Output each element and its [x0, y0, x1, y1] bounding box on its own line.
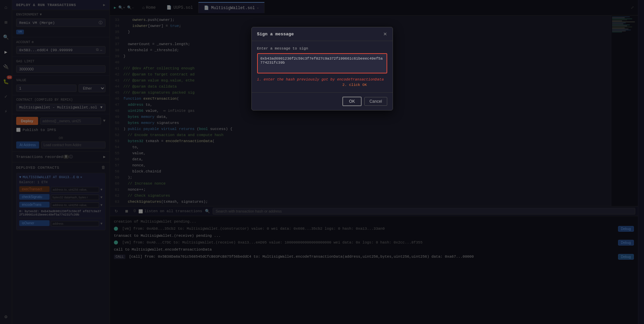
modal-header: Sign a message ✕	[252, 27, 393, 41]
modal-hint-2: 2. click OK	[257, 83, 367, 87]
modal-hint-1: i. enter the hash previously got by enco…	[257, 77, 387, 82]
modal-input-label: Enter a message to sign	[257, 46, 387, 51]
modal-message-input[interactable]: 0xb43ad6901230f2c59c3f7ef027c9a372f19966…	[257, 53, 387, 73]
modal-title: Sign a message	[257, 32, 294, 37]
modal-footer: OK Cancel	[252, 92, 393, 110]
modal-cancel-btn[interactable]: Cancel	[364, 97, 387, 106]
sign-message-modal: Sign a message ✕ Enter a message to sign…	[251, 27, 393, 110]
modal-body: Enter a message to sign 0xb43ad6901230f2…	[252, 41, 393, 92]
modal-close-btn[interactable]: ✕	[383, 31, 387, 37]
modal-ok-btn[interactable]: OK	[342, 97, 362, 106]
modal-overlay: Sign a message ✕ Enter a message to sign…	[0, 0, 644, 324]
